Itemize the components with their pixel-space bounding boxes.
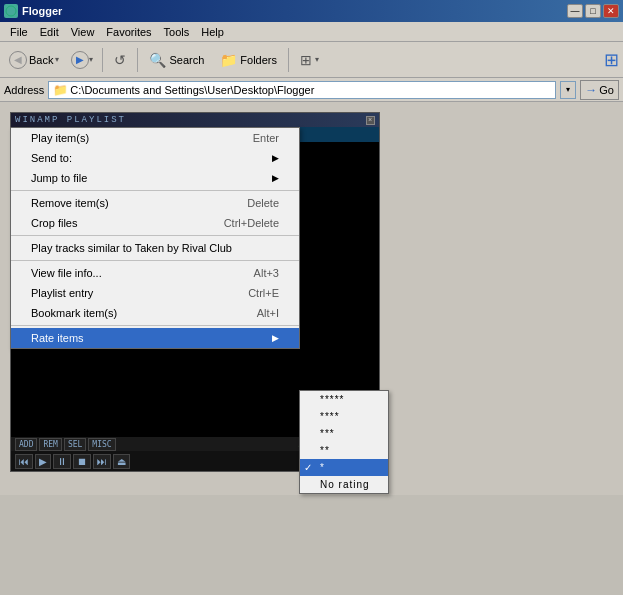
- ctx-view-file-shortcut: Alt+3: [254, 267, 279, 279]
- ctx-playlist-shortcut: Ctrl+E: [248, 287, 279, 299]
- views-dropdown-icon: ▾: [315, 55, 319, 64]
- 3-stars-label: ***: [320, 428, 335, 439]
- ctx-remove-shortcut: Delete: [247, 197, 279, 209]
- views-button[interactable]: ⊞ ▾: [293, 46, 326, 74]
- address-label: Address: [4, 84, 44, 96]
- address-bar: Address 📁 C:\Documents and Settings\User…: [0, 78, 623, 102]
- menu-view[interactable]: View: [65, 24, 101, 40]
- ctx-bookmark-label: Bookmark item(s): [31, 307, 117, 319]
- menu-file[interactable]: File: [4, 24, 34, 40]
- main-content: WINAMP PLAYLIST × 1. Every Youngster - T…: [0, 102, 623, 595]
- winamp-prev-button[interactable]: ⏮: [15, 454, 33, 469]
- ctx-crop-files[interactable]: Crop files Ctrl+Delete: [11, 213, 299, 233]
- back-label: Back: [29, 54, 53, 66]
- no-rating-label: No rating: [320, 479, 370, 490]
- ctx-rate-label: Rate items: [31, 332, 84, 344]
- ctx-sep-4: [11, 325, 299, 326]
- address-folder-icon: 📁: [53, 83, 68, 97]
- 5-stars-label: *****: [320, 394, 344, 405]
- submenu-1star[interactable]: ✓ *: [300, 459, 388, 476]
- menu-help[interactable]: Help: [195, 24, 230, 40]
- ctx-jump-to-file[interactable]: Jump to file ▶: [11, 168, 299, 188]
- toolbar-separator-1: [102, 48, 103, 72]
- views-icon: ⊞: [300, 52, 312, 68]
- folders-button[interactable]: 📁 Folders: [213, 46, 284, 74]
- close-button[interactable]: ✕: [603, 4, 619, 18]
- winamp-rem-button[interactable]: REM: [39, 438, 61, 451]
- ctx-play-items[interactable]: Play item(s) Enter: [11, 128, 299, 148]
- ctx-bookmark-items[interactable]: Bookmark item(s) Alt+I: [11, 303, 299, 323]
- title-bar: Flogger — □ ✕: [0, 0, 623, 22]
- 2-stars-label: **: [320, 445, 330, 456]
- winamp-play-button[interactable]: ▶: [35, 454, 51, 469]
- ctx-play-items-label: Play item(s): [31, 132, 89, 144]
- app-icon: [4, 4, 18, 18]
- toolbar: ◀ Back ▾ ▶ ▾ ↺ 🔍 Search 📁 Folders ⊞ ▾ ⊞: [0, 42, 623, 78]
- address-go-button[interactable]: → Go: [580, 80, 619, 100]
- 4-stars-label: ****: [320, 411, 340, 422]
- ctx-playlist-entry[interactable]: Playlist entry Ctrl+E: [11, 283, 299, 303]
- refresh-icon: ↺: [114, 52, 126, 68]
- menu-tools[interactable]: Tools: [158, 24, 196, 40]
- winamp-add-button[interactable]: ADD: [15, 438, 37, 451]
- submenu-no-rating[interactable]: No rating: [300, 476, 388, 493]
- submenu-5stars[interactable]: *****: [300, 391, 388, 408]
- toolbar-separator-2: [137, 48, 138, 72]
- winamp-close-button[interactable]: ×: [366, 116, 375, 125]
- winamp-titlebar[interactable]: WINAMP PLAYLIST ×: [11, 113, 379, 127]
- minimize-button[interactable]: —: [567, 4, 583, 18]
- ctx-jump-arrow: ▶: [272, 173, 279, 183]
- ctx-view-file-info[interactable]: View file info... Alt+3: [11, 263, 299, 283]
- svg-point-0: [6, 6, 16, 16]
- menu-favorites[interactable]: Favorites: [100, 24, 157, 40]
- ctx-send-to[interactable]: Send to: ▶: [11, 148, 299, 168]
- window-title: Flogger: [22, 5, 62, 17]
- ctx-crop-label: Crop files: [31, 217, 77, 229]
- go-label: Go: [599, 84, 614, 96]
- ctx-rate-items[interactable]: Rate items ▶: [11, 328, 299, 348]
- winamp-sel-button[interactable]: SEL: [64, 438, 86, 451]
- rate-submenu: ***** **** *** ** ✓ * No rating: [299, 390, 389, 494]
- winamp-stop-button[interactable]: ⏹: [73, 454, 91, 469]
- folders-icon: 📁: [220, 52, 237, 68]
- windows-logo-icon: ⊞: [604, 49, 619, 71]
- menu-edit[interactable]: Edit: [34, 24, 65, 40]
- ctx-sep-2: [11, 235, 299, 236]
- refresh-button[interactable]: ↺: [107, 46, 133, 74]
- ctx-bookmark-shortcut: Alt+I: [257, 307, 279, 319]
- ctx-remove-items[interactable]: Remove item(s) Delete: [11, 193, 299, 213]
- ctx-remove-label: Remove item(s): [31, 197, 109, 209]
- submenu-3stars[interactable]: ***: [300, 425, 388, 442]
- winamp-pause-button[interactable]: ⏸: [53, 454, 71, 469]
- ctx-jump-label: Jump to file: [31, 172, 87, 184]
- ctx-send-to-label: Send to:: [31, 152, 72, 164]
- address-dropdown[interactable]: ▾: [560, 81, 576, 99]
- back-button[interactable]: ◀ Back ▾: [4, 46, 64, 74]
- checkmark-icon: ✓: [304, 462, 312, 473]
- ctx-crop-shortcut: Ctrl+Delete: [224, 217, 279, 229]
- ctx-rate-arrow: ▶: [272, 333, 279, 343]
- ctx-play-items-shortcut: Enter: [253, 132, 279, 144]
- submenu-2stars[interactable]: **: [300, 442, 388, 459]
- submenu-4stars[interactable]: ****: [300, 408, 388, 425]
- ctx-play-similar[interactable]: Play tracks similar to Taken by Rival Cl…: [11, 238, 299, 258]
- ctx-send-to-arrow: ▶: [272, 153, 279, 163]
- search-label: Search: [169, 54, 204, 66]
- search-icon: 🔍: [149, 52, 166, 68]
- forward-arrow-icon: ▶: [71, 51, 89, 69]
- winamp-eject-button[interactable]: ⏏: [113, 454, 130, 469]
- winamp-title: WINAMP PLAYLIST: [15, 115, 126, 125]
- forward-button[interactable]: ▶ ▾: [66, 46, 98, 74]
- forward-dropdown-icon: ▾: [89, 55, 93, 64]
- ctx-view-file-label: View file info...: [31, 267, 102, 279]
- search-button[interactable]: 🔍 Search: [142, 46, 211, 74]
- winamp-misc-button[interactable]: MISC: [88, 438, 115, 451]
- ctx-play-similar-label: Play tracks similar to Taken by Rival Cl…: [31, 242, 232, 254]
- winamp-next-button[interactable]: ⏭: [93, 454, 111, 469]
- maximize-button[interactable]: □: [585, 4, 601, 18]
- toolbar-separator-3: [288, 48, 289, 72]
- context-menu: Play item(s) Enter Send to: ▶ Jump to fi…: [10, 127, 300, 349]
- ctx-sep-1: [11, 190, 299, 191]
- go-arrow-icon: →: [585, 83, 597, 97]
- address-path[interactable]: C:\Documents and Settings\User\Desktop\F…: [70, 84, 551, 96]
